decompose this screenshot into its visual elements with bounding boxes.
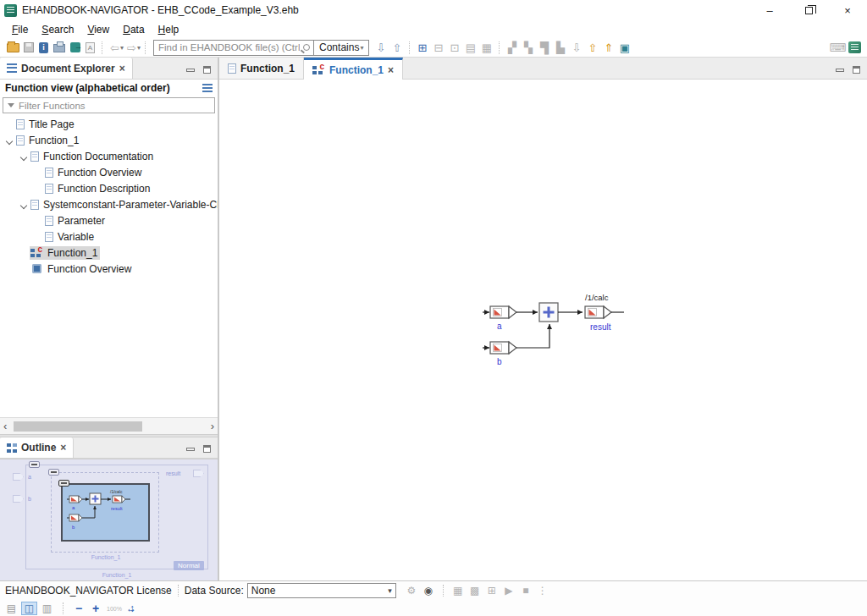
adder-block[interactable] xyxy=(539,303,558,322)
tree-item-parameter[interactable]: Parameter xyxy=(0,212,218,228)
menu-data[interactable]: Data xyxy=(116,22,151,37)
show-hierarchy-icon[interactable]: ▜ xyxy=(536,40,552,55)
show-table-icon[interactable]: ▦ xyxy=(478,40,494,55)
show-callees-icon[interactable]: ▚ xyxy=(520,40,536,55)
scroll-right-icon[interactable]: › xyxy=(211,420,214,432)
tree-view-icon xyxy=(7,63,17,73)
measure-window-icon[interactable]: ▩ xyxy=(467,585,483,597)
input-port-b[interactable] xyxy=(490,342,516,354)
forward-history-dropdown-icon[interactable]: ▾ xyxy=(137,44,141,52)
ccode-model-icon xyxy=(312,65,325,75)
menu-view[interactable]: View xyxy=(80,22,116,37)
ehandbook-help-icon[interactable] xyxy=(848,41,861,53)
data-source-select[interactable]: None ▾ xyxy=(247,583,396,598)
expand-subtree-icon[interactable]: ⊞ xyxy=(414,40,430,55)
maximize-panel-icon[interactable] xyxy=(203,66,211,74)
document-info-icon[interactable]: i xyxy=(39,42,48,53)
editor-tab-function-1-doc[interactable]: Function_1 xyxy=(219,58,304,79)
view-menu-icon[interactable] xyxy=(202,84,213,92)
fit-to-screen-button[interactable]: ↔ ↕ xyxy=(125,602,139,614)
experiment-grid-icon[interactable]: ▦ xyxy=(450,585,467,597)
previous-hit-icon[interactable]: ⇧ xyxy=(389,40,405,55)
scrollbar-thumb[interactable] xyxy=(14,421,142,432)
show-document-icon[interactable]: ▤ xyxy=(462,40,478,55)
search-mode-dropdown[interactable]: Contains ▾ xyxy=(313,40,368,56)
tree-item-systemconstant[interactable]: Systemconstant-Parameter-Variable-Cl xyxy=(0,196,218,212)
minimize-panel-icon[interactable] xyxy=(836,69,844,72)
explorer-horizontal-scrollbar[interactable]: ‹ › xyxy=(0,417,218,434)
tree-item-function-overview-chip[interactable]: Function Overview xyxy=(0,261,218,277)
open-in-new-window-icon[interactable]: ▣ xyxy=(616,40,632,55)
open-file-icon[interactable] xyxy=(7,43,19,52)
data-source-state-icon[interactable]: ◉ xyxy=(420,585,437,597)
search-icon[interactable] xyxy=(303,44,310,51)
settings-gear-icon[interactable]: ⚙ xyxy=(403,585,420,597)
tree-item-function-1-model[interactable]: Function_1 xyxy=(0,245,218,261)
find-input[interactable] xyxy=(154,41,300,54)
diagram-canvas[interactable]: /1/calc a result b xyxy=(219,80,867,580)
maximize-panel-icon[interactable] xyxy=(853,66,860,74)
close-icon[interactable]: × xyxy=(60,442,66,454)
menu-bar: File Search View Data Help xyxy=(0,20,867,38)
keyboard-shortcuts-icon[interactable]: ⌨ xyxy=(830,40,846,55)
close-icon[interactable]: × xyxy=(119,63,125,74)
input-port-a[interactable] xyxy=(490,306,516,318)
scroll-left-icon[interactable]: ‹ xyxy=(3,420,7,432)
tree-item-function-documentation[interactable]: Function Documentation xyxy=(0,148,218,164)
outline-minimap[interactable]: a b result xyxy=(0,459,218,581)
save-icon[interactable] xyxy=(24,42,34,52)
tab-outline[interactable]: Outline × xyxy=(0,437,74,458)
tree-item-title-page[interactable]: Title Page xyxy=(0,116,218,132)
tree-item-function-1[interactable]: Function_1 xyxy=(0,132,218,148)
svg-text:result: result xyxy=(111,506,123,511)
collapse-icon[interactable] xyxy=(58,480,69,487)
maximize-panel-icon[interactable] xyxy=(203,445,211,453)
restore-button[interactable] xyxy=(789,0,828,20)
go-to-top-level-icon[interactable]: ⇑ xyxy=(600,40,616,55)
minimize-button[interactable]: – xyxy=(750,0,789,20)
next-hit-icon[interactable]: ⇩ xyxy=(373,40,389,55)
zoom-in-button[interactable]: + xyxy=(88,602,103,615)
document-icon xyxy=(16,119,25,129)
stop-measurement-icon[interactable]: ■ xyxy=(517,585,534,597)
minimize-panel-icon[interactable] xyxy=(186,448,195,451)
export-pdf-icon[interactable]: A xyxy=(86,42,95,53)
export-icon[interactable] xyxy=(70,42,80,52)
minimize-panel-icon[interactable] xyxy=(186,69,195,72)
tree-item-function-overview[interactable]: Function Overview xyxy=(0,164,218,180)
menu-search[interactable]: Search xyxy=(35,22,80,37)
close-button[interactable]: × xyxy=(828,0,867,20)
tree-item-function-description[interactable]: Function Description xyxy=(0,180,218,196)
start-measurement-icon[interactable]: ▶ xyxy=(500,585,517,597)
go-into-subsystem-icon[interactable]: ⇩ xyxy=(568,40,584,55)
close-icon[interactable]: × xyxy=(388,64,394,76)
collapse-icon[interactable] xyxy=(29,461,40,468)
tab-document-explorer[interactable]: Document Explorer × xyxy=(0,58,133,79)
menu-file[interactable]: File xyxy=(5,22,35,37)
show-callers-icon[interactable]: ▞ xyxy=(504,40,520,55)
collapse-icon[interactable] xyxy=(48,469,59,476)
page-preview-button[interactable]: ▥ xyxy=(39,602,55,615)
collapse-subtree-icon[interactable]: ⊟ xyxy=(430,40,446,55)
link-with-editor-icon[interactable]: ⊡ xyxy=(446,40,462,55)
zoom-100-button[interactable]: 100% xyxy=(105,606,124,612)
print-icon[interactable] xyxy=(53,44,65,52)
filter-functions-input[interactable] xyxy=(19,101,214,111)
calibration-window-icon[interactable]: ⊞ xyxy=(483,585,500,597)
tree-item-variable[interactable]: Variable xyxy=(0,228,218,245)
restore-icon xyxy=(805,7,813,14)
show-usages-icon[interactable]: ▙ xyxy=(552,40,568,55)
menu-help[interactable]: Help xyxy=(152,22,186,37)
chevron-down-icon: ▾ xyxy=(388,586,392,595)
zoom-out-button[interactable]: − xyxy=(71,602,86,615)
main-toolbar: i A ⇦ ▾ ⇨ ▾ Contains ▾ ⇩ ⇧ ⊞ ⊟ ⊡ ▤ ▦ ▞ ▚… xyxy=(0,38,867,58)
left-column: Document Explorer × Function view (alpha… xyxy=(0,58,218,580)
outline-port-a xyxy=(13,473,24,481)
output-port-result[interactable] xyxy=(585,306,611,318)
function-diagram[interactable]: /1/calc a result b xyxy=(478,290,652,371)
editor-tab-function-1-diagram[interactable]: Function_1 × xyxy=(304,58,403,80)
single-page-view-button[interactable]: ▤ xyxy=(3,602,19,615)
drag-handle-icon: ⋮ xyxy=(534,585,551,597)
split-view-button[interactable]: ◫ xyxy=(21,602,37,615)
go-up-one-level-icon[interactable]: ⇧ xyxy=(584,40,600,55)
